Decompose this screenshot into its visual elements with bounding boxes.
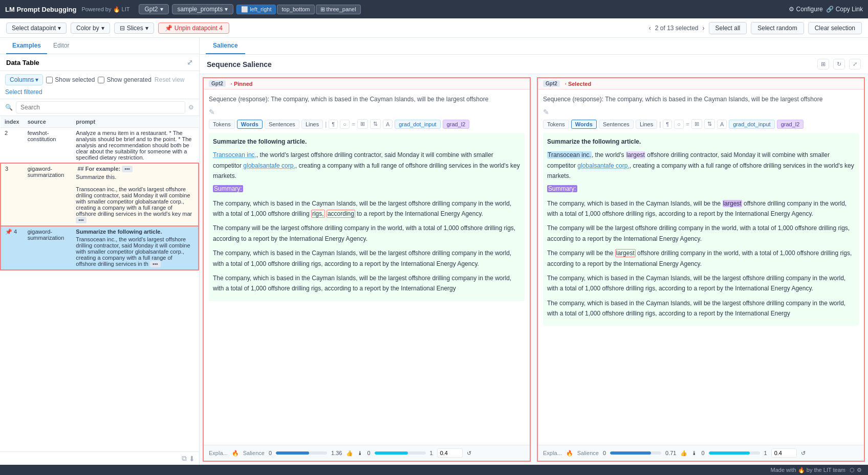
overflow-dots-btn-2[interactable]: ••• <box>76 217 86 223</box>
tab-salience[interactable]: Salience <box>206 38 245 54</box>
overflow-dots-btn[interactable]: ••• <box>122 166 133 172</box>
copy-link-btn[interactable]: 🔗 Copy Link <box>826 6 863 13</box>
search-reset-btn[interactable]: ⚙ <box>188 104 194 111</box>
download-table-btn[interactable]: ⬇ <box>189 454 195 463</box>
clear-selection-btn[interactable]: Clear selection <box>808 22 862 34</box>
configure-btn[interactable]: ⚙ Configure <box>789 6 823 13</box>
select-random-btn[interactable]: Select random <box>751 22 804 34</box>
col-header-index[interactable]: index <box>1 116 24 128</box>
table-bottom-actions: ⧉ ⬇ <box>0 451 199 465</box>
row-prompt: Analyze a menu item in a restaurant. * T… <box>72 128 199 164</box>
token-icon-2a[interactable]: ¶ <box>663 120 672 129</box>
grad-input-btn-2[interactable]: grad_dot_input <box>729 120 774 129</box>
grad-input-btn-1[interactable]: grad_dot_input <box>395 120 440 129</box>
right-panel: Salience Sequence Salience ⊞ ↻ ⤢ Gpt2 · … <box>200 38 868 465</box>
refresh-icon-2[interactable]: ↺ <box>801 450 806 457</box>
tab-editor[interactable]: Editor <box>47 38 75 54</box>
footer-expl-2: Expla... <box>543 450 562 456</box>
row-prompt: ## For example: ••• Summarize this.Trans… <box>72 163 199 226</box>
tokens-btn-1[interactable]: Tokens <box>209 120 235 129</box>
refresh-icon-1[interactable]: ↺ <box>467 450 471 457</box>
token-icon-1c[interactable]: ⊞ <box>357 119 368 129</box>
app-title: LM Prompt Debugging <box>5 6 76 13</box>
slices-chevron-icon: ▾ <box>145 25 148 32</box>
panel-controls: Columns ▾ Show selected Show generated R… <box>0 71 199 99</box>
grid-view-btn[interactable]: ⊞ <box>817 59 829 70</box>
search-row: 🔍 ⚙ <box>0 99 199 116</box>
unpin-datapoint-btn[interactable]: 📌 Unpin datapoint 4 <box>158 22 229 34</box>
footer-salience-label-1: Salience <box>243 450 265 456</box>
refresh-btn[interactable]: ↻ <box>833 59 845 70</box>
prompt-section-2: Summarize the following article. Transoc… <box>543 133 859 326</box>
search-icon: 🔍 <box>5 104 13 111</box>
words-btn-2[interactable]: Words <box>571 120 597 129</box>
dual-columns: Gpt2 · Pinned Sequence (response): The c… <box>200 74 868 465</box>
grad-l2-btn-2[interactable]: grad_l2 <box>777 120 804 129</box>
chevron-right-icon[interactable]: › <box>703 25 705 32</box>
github-icon[interactable]: ⬡ <box>850 467 855 473</box>
dataset-selector-btn[interactable]: sample_prompts ▾ <box>172 4 234 14</box>
lines-btn-2[interactable]: Lines <box>636 120 657 129</box>
table-row[interactable]: 2 fewshot-constitution Analyze a menu it… <box>1 128 199 164</box>
sep-1: | <box>325 121 327 128</box>
layout-top-bottom-btn[interactable]: top_bottom <box>277 5 314 14</box>
show-generated-checkbox[interactable] <box>98 77 104 83</box>
thumbsup-icon-1[interactable]: 👍 <box>346 450 353 457</box>
pin-icon: 📌 <box>165 25 172 32</box>
token-icon-1e[interactable]: A <box>383 120 393 129</box>
select-all-btn[interactable]: Select all <box>709 22 747 34</box>
layout-left-right-btn[interactable]: ⬜ left_right <box>236 5 276 14</box>
token-icon-2c[interactable]: ⊞ <box>691 119 702 129</box>
row-index: 2 <box>1 128 24 164</box>
tab-examples[interactable]: Examples <box>6 38 47 54</box>
model-selector-btn[interactable]: Gpt2 ▾ <box>139 4 168 14</box>
edit-icon-1[interactable]: ✎ <box>209 108 525 116</box>
edit-icon-2[interactable]: ✎ <box>543 108 859 116</box>
settings-icon[interactable]: ⚙ <box>857 467 862 473</box>
token-icon-2b[interactable]: ○ <box>674 120 684 129</box>
sal-col-2-body: Sequence (response): The company, which … <box>538 89 864 445</box>
token-icon-2e[interactable]: A <box>717 120 727 129</box>
search-input[interactable] <box>16 101 185 114</box>
token-icon-1d[interactable]: ⇅ <box>370 119 381 129</box>
reset-view-btn[interactable]: Reset view <box>155 76 185 83</box>
chevron-left-icon[interactable]: ‹ <box>649 25 651 32</box>
select-filtered-btn[interactable]: Select filtered <box>5 88 42 96</box>
sentences-btn-1[interactable]: Sentences <box>265 120 299 129</box>
col-header-source[interactable]: source <box>24 116 72 128</box>
col-header-prompt[interactable]: prompt <box>72 116 199 128</box>
configure-label: Configure <box>796 6 823 13</box>
sal-input-1[interactable] <box>437 448 463 458</box>
copy-table-btn[interactable]: ⧉ <box>182 454 187 463</box>
selection-info: 2 of 13 selected <box>655 25 699 32</box>
response-text-1: Sequence (response): The company, which … <box>209 96 488 103</box>
token-icon-1b[interactable]: ○ <box>340 120 350 129</box>
table-row[interactable]: 3 gigaword-summarization ## For example:… <box>1 163 199 226</box>
sentences-btn-2[interactable]: Sentences <box>599 120 634 129</box>
layout-three-panel-btn[interactable]: ⊞ three_panel <box>316 5 361 14</box>
token-icon-2d[interactable]: ⇅ <box>704 119 715 129</box>
token-icon-1a[interactable]: ¶ <box>329 120 338 129</box>
show-selected-label[interactable]: Show selected <box>46 76 95 83</box>
row-index-text: 4 <box>14 229 17 235</box>
tokens-btn-2[interactable]: Tokens <box>543 120 569 129</box>
color-by-btn[interactable]: Color by ▾ <box>71 22 110 34</box>
overflow-dots-btn-3[interactable]: ••• <box>150 261 161 267</box>
made-with-text: Made with 🔥 by the LIT team <box>771 467 846 473</box>
lines-btn-1[interactable]: Lines <box>301 120 323 129</box>
slices-btn[interactable]: ⊟ Slices ▾ <box>114 22 154 34</box>
sal-input-2[interactable] <box>771 448 797 458</box>
thumbsup-icon-2[interactable]: 👍 <box>680 450 687 457</box>
flame-icon-1: 🔥 <box>232 450 239 457</box>
columns-btn[interactable]: Columns ▾ <box>5 74 43 85</box>
show-selected-checkbox[interactable] <box>46 77 53 83</box>
fullscreen-btn[interactable]: ⤢ <box>849 59 861 70</box>
words-btn-1[interactable]: Words <box>237 120 263 129</box>
grad-l2-btn-1[interactable]: grad_l2 <box>443 120 470 129</box>
expand-icon[interactable]: ⤢ <box>187 58 193 66</box>
article-text-1: Transocean inc., the world's largest off… <box>213 150 520 181</box>
select-datapoint-btn[interactable]: Select datapoint ▾ <box>6 22 67 34</box>
show-generated-label[interactable]: Show generated <box>98 76 151 83</box>
sal-progress-fill-2 <box>375 451 408 455</box>
table-row[interactable]: 📌 4 gigaword-summarization Summarize the… <box>1 226 199 270</box>
